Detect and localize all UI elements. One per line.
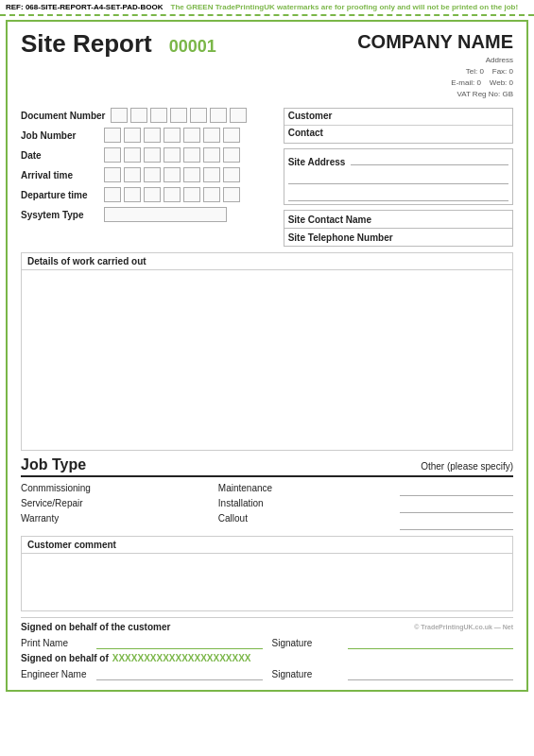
arr-box-5[interactable] (183, 167, 200, 182)
job-type-rows: Conmmissioning Service/Repair Warranty M… (21, 483, 513, 530)
dep-box-3[interactable] (144, 187, 161, 202)
job-box-6[interactable] (203, 128, 220, 143)
date-box-1[interactable] (104, 147, 121, 163)
company-web: Web: 0 (490, 78, 513, 87)
site-contact-name-label: Site Contact Name (288, 215, 371, 225)
departure-boxes (104, 187, 240, 202)
date-box-4[interactable] (164, 147, 181, 163)
ref-bar: REF: 068-SITE-REPORT-A4-SET-PAD-BOOK The… (0, 0, 534, 16)
signed-behalf-row: Signed on behalf of the customer © Trade… (21, 622, 513, 632)
arr-box-4[interactable] (164, 167, 181, 182)
installation-label: Installation (218, 498, 264, 508)
date-box-6[interactable] (203, 147, 220, 163)
arrival-row: Arrival time (21, 167, 274, 182)
other-line-1[interactable] (400, 483, 513, 496)
company-vat: VAT Reg No: GB (456, 90, 513, 98)
contact-label: Contact (288, 128, 508, 138)
trade-watermark: © TradePrintingUK.co.uk — Net (414, 624, 513, 630)
company-address: Address (486, 56, 513, 64)
date-label: Date (21, 150, 98, 161)
job-commissioning: Conmmissioning (21, 483, 91, 493)
job-callout: Callout (218, 513, 272, 524)
company-name: COMPANY NAME (357, 31, 513, 53)
date-box-3[interactable] (144, 147, 161, 163)
site-contact-block: Site Contact Name Site Telephone Number (284, 210, 513, 247)
site-address-line-1[interactable] (351, 152, 508, 165)
signature-line-1[interactable] (348, 636, 514, 649)
arr-box-2[interactable] (124, 167, 141, 182)
company-block: COMPANY NAME Address Tel: 0 Fax: 0 E-mai… (357, 31, 513, 100)
work-details-section: Details of work carried out (21, 252, 513, 451)
doc-box-2[interactable] (130, 108, 147, 123)
job-box-1[interactable] (104, 128, 121, 143)
job-type-header: Job Type Other (please specify) (21, 456, 513, 477)
dep-box-7[interactable] (223, 187, 240, 202)
job-number-boxes (104, 128, 240, 143)
job-type-other-label: Other (please specify) (421, 461, 513, 472)
document-number-label: Document Number (21, 111, 105, 121)
site-telephone-row: Site Telephone Number (284, 229, 512, 246)
dep-box-6[interactable] (203, 187, 220, 202)
maintenance-label: Maintenance (218, 483, 272, 493)
company-email: E-mail: 0 (451, 78, 481, 87)
job-col-middle: Maintenance Installation Callout (218, 483, 272, 530)
comment-header: Customer comment (22, 537, 512, 554)
arr-box-6[interactable] (203, 167, 220, 182)
engineer-name-line[interactable] (96, 667, 263, 680)
doc-box-7[interactable] (230, 108, 247, 123)
other-line-2[interactable] (400, 500, 513, 513)
arrival-label: Arrival time (21, 170, 98, 180)
departure-label: Departure time (21, 190, 98, 200)
print-name-line[interactable] (96, 636, 263, 649)
service-repair-label: Service/Repair (21, 498, 83, 508)
site-address-line-2[interactable] (288, 171, 508, 184)
doc-box-5[interactable] (190, 108, 207, 123)
system-type-input[interactable] (104, 207, 227, 222)
date-boxes (104, 147, 240, 163)
dep-box-2[interactable] (124, 187, 141, 202)
job-box-7[interactable] (223, 128, 240, 143)
site-address-block: Site Address (284, 148, 513, 205)
arr-box-1[interactable] (104, 167, 121, 182)
comment-section: Customer comment (21, 536, 513, 611)
job-installation: Installation (218, 498, 272, 508)
signature-line-2[interactable] (348, 667, 514, 680)
other-line-3[interactable] (400, 517, 513, 530)
warranty-label: Warranty (21, 513, 59, 524)
comment-body[interactable] (22, 554, 512, 610)
date-box-2[interactable] (124, 147, 141, 163)
job-type-section: Job Type Other (please specify) Conmmiss… (21, 456, 513, 530)
customer-label: Customer (288, 111, 508, 121)
date-box-7[interactable] (223, 147, 240, 163)
doc-box-6[interactable] (210, 108, 227, 123)
signature-section: Signed on behalf of the customer © Trade… (21, 617, 513, 680)
job-maintenance: Maintenance (218, 483, 272, 493)
left-col: Document Number Job Number (21, 108, 274, 247)
doc-box-4[interactable] (170, 108, 187, 123)
form-columns: Document Number Job Number (21, 108, 513, 247)
date-box-5[interactable] (183, 147, 200, 163)
arrival-boxes (104, 167, 240, 182)
job-box-2[interactable] (124, 128, 141, 143)
arr-box-7[interactable] (223, 167, 240, 182)
site-address-line-3[interactable] (288, 188, 508, 201)
signed-behalf-label: Signed on behalf of the customer (21, 622, 170, 632)
site-telephone-label: Site Telephone Number (288, 232, 393, 243)
engineer-row: Engineer Name Signature (21, 667, 513, 680)
doc-box-3[interactable] (150, 108, 167, 123)
work-details-header: Details of work carried out (22, 253, 512, 270)
doc-box-1[interactable] (111, 108, 128, 123)
arr-box-3[interactable] (144, 167, 161, 182)
site-address-label: Site Address (288, 157, 346, 167)
job-box-5[interactable] (183, 128, 200, 143)
callout-label: Callout (218, 513, 248, 524)
company-tel: Tel: 0 (466, 67, 484, 76)
job-box-4[interactable] (164, 128, 181, 143)
work-details-body[interactable] (22, 270, 512, 450)
dep-box-4[interactable] (164, 187, 181, 202)
dep-box-5[interactable] (183, 187, 200, 202)
job-box-3[interactable] (144, 128, 161, 143)
company-fax: Fax: 0 (492, 67, 513, 76)
dep-box-1[interactable] (104, 187, 121, 202)
engineer-name-label: Engineer Name (21, 669, 87, 679)
